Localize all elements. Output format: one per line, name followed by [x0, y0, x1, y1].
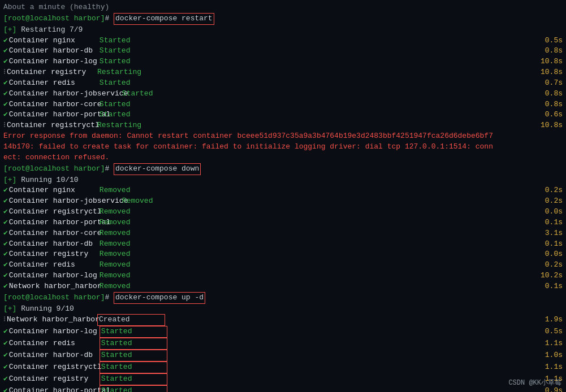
- terminal-line: About a minute (healthy): [3, 2, 563, 13]
- terminal-line: ✔Container harbor-dbStarted0.8s: [3, 46, 563, 56]
- terminal-line: ✔Container harbor-dbRemoved0.1s: [3, 239, 563, 250]
- terminal-line: Error response from daemon: Cannot resta…: [3, 131, 563, 142]
- watermark-text: CSDN @KK小草莓: [508, 378, 561, 387]
- terminal-line: ✔Container registryStarted1.1s: [3, 373, 563, 385]
- terminal-line: ✔Container redisStarted0.7s: [3, 78, 563, 89]
- terminal-line: ⁝Network harbor_harborCreated1.9s: [3, 314, 563, 326]
- terminal-line: [root@localhost harbor]# docker-compose …: [3, 13, 563, 25]
- terminal-line: ✔Container harbor-coreRemoved3.1s: [3, 228, 563, 239]
- terminal-line: [+] Restarting 7/9: [3, 25, 563, 36]
- terminal-line: ✔Container registryRemoved0.0s: [3, 249, 563, 260]
- terminal-line: [root@localhost harbor]# docker-compose …: [3, 163, 563, 175]
- terminal-line: ✔Container harbor-jobserviceStarted0.8s: [3, 89, 563, 99]
- terminal-line: ✔Container nginxStarted0.5s: [3, 36, 563, 46]
- terminal-line: 14b170: failed to create task for contai…: [3, 142, 563, 153]
- terminal-line: ✔Container harbor-logStarted10.8s: [3, 56, 563, 67]
- terminal-line: ✔Network harbor_harborRemoved0.1s: [3, 281, 563, 292]
- terminal-line: ✔Container nginxRemoved0.2s: [3, 185, 563, 196]
- terminal-line: ✔Container registryctlRemoved0.0s: [3, 207, 563, 217]
- terminal-line: ✔Container harbor-portalRemoved0.1s: [3, 217, 563, 228]
- terminal-line: ✔Container harbor-portalStarted0.6s: [3, 110, 563, 120]
- terminal-line: ✔Container harbor-dbStarted1.0s: [3, 350, 563, 361]
- terminal-line: ✔Container redisStarted1.1s: [3, 338, 563, 350]
- terminal-line: ✔Container registryctlStarted1.1s: [3, 361, 563, 373]
- terminal-line: [+] Running 9/10: [3, 304, 563, 315]
- terminal-window: About a minute (healthy)[root@localhost …: [0, 0, 566, 392]
- terminal-line: ✔Container harbor-portalStarted0.9s: [3, 385, 563, 392]
- terminal-line: ect: connection refused.: [3, 153, 563, 163]
- terminal-line: ✔Container harbor-jobserviceRemoved0.2s: [3, 196, 563, 207]
- terminal-line: ✔Container harbor-logRemoved10.2s: [3, 271, 563, 281]
- terminal-line: [root@localhost harbor]# docker-compose …: [3, 292, 563, 304]
- terminal-line: ✔Container harbor-coreStarted0.8s: [3, 99, 563, 110]
- terminal-line: ✔Container redisRemoved0.2s: [3, 260, 563, 271]
- terminal-line: ✔Container harbor-logStarted0.5s: [3, 326, 563, 338]
- terminal-line: ⁝Container registryRestarting10.8s: [3, 67, 563, 78]
- terminal-line: [+] Running 10/10: [3, 175, 563, 186]
- terminal-line: ⁝Container registryctlRestarting10.8s: [3, 120, 563, 131]
